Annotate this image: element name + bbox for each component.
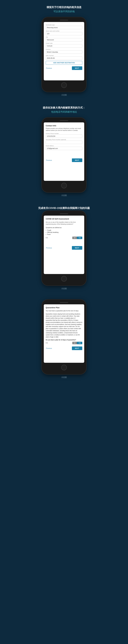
home-button-2[interactable] (61, 183, 67, 188)
previous-button-4[interactable]: Previous (46, 346, 52, 350)
phone-frame-4: Quarantine Plan You must have a quaranti… (42, 300, 86, 374)
section-contact: 提供在加拿大境内能被联系到的方式： 包括电话号码和邮件地址 Contact In… (0, 100, 128, 201)
covid-description: Are you or any of the travellers listed … (46, 221, 82, 225)
demo-label-1: 示意图 (61, 94, 67, 96)
quarantine-body: Quarantine means staying home and avoidi… (46, 313, 82, 338)
phone-top-bar-4 (44, 302, 84, 303)
home-button-1[interactable] (61, 82, 67, 88)
yes-button-quarantine[interactable]: YES (77, 342, 82, 344)
section-quarantine: Quarantine Plan You must have a quaranti… (0, 294, 128, 383)
previous-button-3[interactable]: Previous (46, 246, 52, 250)
label-destination-type: Destination type (46, 24, 82, 26)
nav-row-4: Previous NEXT (46, 346, 82, 350)
phone-speaker-2 (60, 120, 68, 121)
label-street: Street name and number (46, 30, 82, 32)
phone-top-bar-3 (44, 213, 84, 214)
phone-screen-3: COVID-19 Self-Assessment Are you or any … (44, 216, 84, 274)
quarantine-title: Quarantine Plan (46, 306, 82, 309)
label-secondary-phone: Secondary Phone Number (optional) (46, 139, 82, 140)
input-destination-type[interactable] (46, 26, 82, 29)
field-destination-type: Destination type (46, 24, 82, 29)
field-email: Email Address (46, 145, 82, 150)
section-covid: 完成有关COVID-19自测和自我隔离计划的问题 COVID-19 Self-A… (0, 201, 128, 294)
home-button-3[interactable] (61, 276, 67, 282)
field-date: Date of arrival (46, 55, 82, 60)
section1-title: 填报关于行程目的地的相关信息 (47, 6, 81, 9)
label-email: Email Address (46, 145, 82, 146)
section2-subtitle: 包括电话号码和邮件地址 (51, 110, 77, 114)
input-email[interactable] (46, 147, 82, 150)
symptom-fever: Fever (46, 234, 82, 236)
phone-bottom-bar-2 (44, 183, 84, 188)
nav-row-2: Previous NEXT (46, 158, 82, 162)
no-button-covid[interactable]: NO (72, 236, 77, 239)
nav-row-3: Previous NEXT (46, 246, 82, 250)
demo-label-4: 示意图 (61, 376, 67, 378)
quarantine-question: Do you have a plan for 14 days of quaran… (46, 339, 82, 341)
next-button-4[interactable]: NEXT (72, 346, 82, 350)
covid-title: COVID-19 Self-Assessment (46, 218, 82, 220)
phone-speaker-4 (60, 302, 68, 303)
input-primary-phone[interactable] (46, 134, 82, 138)
field-city: City (46, 36, 82, 42)
input-date[interactable] (46, 56, 82, 60)
input-postal[interactable] (46, 44, 82, 48)
next-button-1[interactable]: NEXT (72, 66, 82, 70)
phone-screen-4: Quarantine Plan You must have a quaranti… (44, 304, 84, 363)
nav-row-1: Previous NEXT (46, 66, 82, 70)
section-destination: 填报关于行程目的地的相关信息 可以添加不同目的地 Destination typ… (0, 0, 128, 100)
input-secondary-phone[interactable] (46, 140, 82, 144)
field-postal: Postal Code (46, 42, 82, 48)
label-province: Province (46, 49, 82, 50)
yes-no-row-quarantine: 8 A. NO YES (46, 342, 82, 344)
section2-title: 提供在加拿大境内能被联系到的方式： (43, 106, 85, 110)
phone-top-bar-1 (44, 20, 84, 20)
demo-label-3: 示意图 (61, 287, 67, 290)
previous-button-1[interactable]: Previous (46, 66, 52, 70)
input-street[interactable] (46, 32, 82, 35)
label-postal: Postal Code (46, 42, 82, 44)
symptom-cough: Cough (46, 229, 82, 231)
label-date: Date of arrival (46, 55, 82, 56)
phone-frame-3: COVID-19 Self-Assessment Are you or any … (42, 211, 86, 286)
phone-screen-1: Destination type Street name and number … (44, 22, 84, 80)
input-province[interactable] (46, 50, 82, 54)
field-province: Province (46, 49, 82, 54)
contact-title: Contact Info (46, 125, 82, 127)
next-button-2[interactable]: NEXT (72, 158, 82, 162)
phone-screen-2: Contact Info Please provide your primary… (44, 122, 84, 181)
phone-bottom-bar-4 (44, 365, 84, 370)
section3-title: 完成有关COVID-19自测和自我隔离计划的问题 (38, 206, 90, 210)
symptoms-list: Cough Difficulty breathing Fever (46, 229, 82, 236)
phone-speaker-1 (60, 20, 68, 20)
yes-button-covid[interactable]: YES (77, 236, 82, 239)
field-street: Street name and number (46, 30, 82, 35)
phone-bottom-bar-3 (44, 276, 84, 282)
quarantine-intro: You must have a quarantine plan for the … (46, 310, 82, 312)
add-destination-button[interactable]: ADD ANOTHER DESTINATION (46, 61, 82, 65)
field-secondary-phone: Secondary Phone Number (optional) (46, 139, 82, 144)
phone-top-bar-2 (44, 120, 84, 121)
no-button-quarantine[interactable]: NO (72, 342, 77, 344)
symptom-breathing: Difficulty breathing (46, 231, 82, 234)
home-button-4[interactable] (61, 365, 67, 370)
yes-no-row-covid: 8 A. NO YES (46, 236, 82, 239)
input-city[interactable] (46, 38, 82, 42)
phone-frame-1: Destination type Street name and number … (42, 17, 86, 92)
question-label-covid: 8 A. (46, 237, 48, 238)
demo-label-2: 示意图 (61, 194, 67, 197)
field-primary-phone: Primary Phone Number (46, 133, 82, 138)
question-label-quarantine: 8 A. (46, 342, 48, 344)
label-primary-phone: Primary Phone Number (46, 133, 82, 134)
phone-speaker-3 (60, 213, 68, 214)
label-city: City (46, 36, 82, 38)
next-button-3[interactable]: NEXT (72, 246, 82, 250)
symptoms-label: Symptoms are defined as: (46, 226, 82, 229)
previous-button-2[interactable]: Previous (46, 158, 52, 162)
section1-subtitle: 可以添加不同目的地 (54, 10, 75, 13)
contact-description: Please provide your primary telephone nu… (46, 128, 82, 132)
phone-bottom-bar-1 (44, 82, 84, 88)
phone-frame-2: Contact Info Please provide your primary… (42, 118, 86, 192)
